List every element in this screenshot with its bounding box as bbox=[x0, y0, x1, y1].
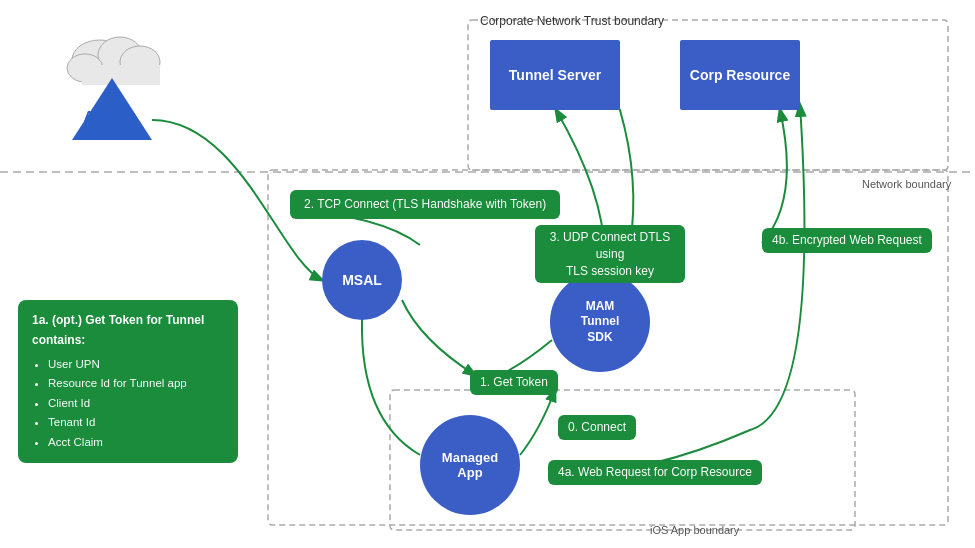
tcp-connect-label: 2. TCP Connect (TLS Handshake with Token… bbox=[290, 190, 560, 219]
corp-resource-node: Corp Resource bbox=[680, 40, 800, 110]
list-item: Client Id bbox=[48, 394, 224, 414]
ios-boundary-label: iOS App boundary bbox=[650, 524, 739, 536]
diagram-container: AAD Tunnel Server Corp Resource MSAL MAM… bbox=[0, 0, 975, 548]
list-item: User UPN bbox=[48, 355, 224, 375]
arrow-app-connect-mam bbox=[520, 390, 555, 455]
list-item: Tenant Id bbox=[48, 413, 224, 433]
info-box-list: User UPN Resource Id for Tunnel app Clie… bbox=[32, 355, 224, 453]
svg-point-1 bbox=[98, 37, 142, 73]
connect-label: 0. Connect bbox=[558, 415, 636, 440]
managed-app-node: Managed App bbox=[420, 415, 520, 515]
svg-point-3 bbox=[67, 54, 103, 82]
svg-point-0 bbox=[72, 40, 128, 80]
corporate-boundary-label: Corporate Network Trust boundary bbox=[480, 14, 664, 28]
aad-cloud bbox=[67, 37, 160, 85]
encrypted-web-label: 4b. Encrypted Web Request bbox=[762, 228, 932, 253]
list-item: Resource Id for Tunnel app bbox=[48, 374, 224, 394]
msal-node: MSAL bbox=[322, 240, 402, 320]
tunnel-server-node: Tunnel Server bbox=[490, 40, 620, 110]
svg-rect-4 bbox=[82, 65, 160, 85]
network-boundary-label: Network boundary bbox=[862, 178, 951, 190]
list-item: Acct Claim bbox=[48, 433, 224, 453]
info-box: 1a. (opt.) Get Token for Tunnel contains… bbox=[18, 300, 238, 463]
svg-point-2 bbox=[120, 46, 160, 78]
arrow-msal-to-mam bbox=[402, 300, 475, 375]
web-request-label: 4a. Web Request for Corp Resource bbox=[548, 460, 762, 485]
arrow-encrypted-to-corp bbox=[762, 110, 787, 243]
udp-connect-label: 3. UDP Connect DTLS using TLS session ke… bbox=[535, 225, 685, 283]
aad-node: AAD bbox=[60, 100, 140, 130]
get-token-label: 1. Get Token bbox=[470, 370, 558, 395]
info-box-title: 1a. (opt.) Get Token for Tunnel contains… bbox=[32, 310, 224, 351]
mam-tunnel-sdk-node: MAM Tunnel SDK bbox=[550, 272, 650, 372]
